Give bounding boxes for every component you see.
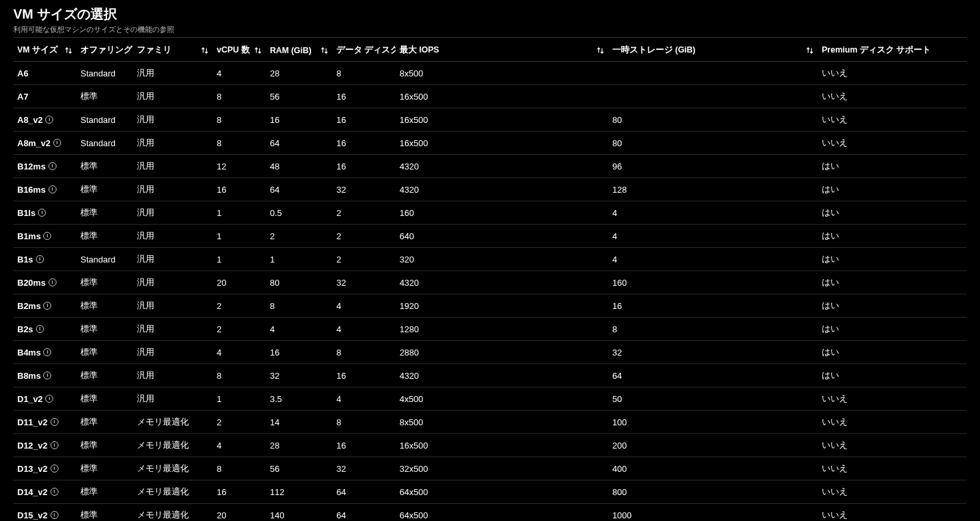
- cell-family: メモリ最適化: [133, 480, 213, 504]
- sort-icon[interactable]: [806, 47, 814, 54]
- info-icon[interactable]: i: [38, 209, 46, 217]
- cell-premium: はい: [818, 155, 967, 178]
- sort-icon[interactable]: [64, 47, 72, 54]
- cell-offering: 標準: [76, 85, 133, 108]
- cell-family: 汎用: [133, 248, 213, 271]
- info-icon[interactable]: i: [43, 232, 51, 240]
- cell-ram: 28: [266, 62, 332, 85]
- cell-iops: 1920: [396, 294, 608, 318]
- cell-family: 汎用: [133, 341, 213, 364]
- vm-name: B1s: [17, 255, 33, 264]
- cell-vmsize: B8msi: [13, 364, 76, 387]
- table-row[interactable]: B20msi標準汎用2080324320160はい: [13, 271, 967, 294]
- cell-ram: 16: [266, 108, 332, 132]
- cell-family: メモリ最適化: [133, 434, 213, 457]
- vm-name: A7: [17, 92, 29, 102]
- info-icon[interactable]: i: [49, 162, 57, 170]
- cell-ram: 0.5: [266, 201, 332, 225]
- vm-name: B2ms: [17, 301, 41, 311]
- cell-family: 汎用: [133, 294, 213, 318]
- info-icon[interactable]: i: [51, 441, 59, 449]
- table-row[interactable]: B1msi標準汎用1226404はい: [13, 225, 967, 248]
- sort-icon[interactable]: [320, 47, 328, 54]
- cell-iops: 4320: [396, 271, 608, 294]
- info-icon[interactable]: i: [51, 418, 59, 426]
- column-header-vmsize[interactable]: VM サイズ: [13, 39, 76, 62]
- cell-disk: 32: [332, 271, 396, 294]
- info-icon[interactable]: i: [36, 255, 44, 263]
- cell-iops: 8x500: [396, 411, 608, 434]
- column-label: RAM (GiB): [270, 46, 312, 55]
- table-row[interactable]: D1_v2i標準汎用13.544x50050いいえ: [13, 387, 967, 411]
- cell-premium: いいえ: [818, 480, 967, 504]
- cell-ram: 28: [266, 434, 332, 457]
- cell-ram: 140: [266, 504, 332, 522]
- table-row[interactable]: A6Standard汎用42888x500いいえ: [13, 62, 967, 85]
- cell-vmsize: D13_v2i: [13, 457, 76, 480]
- info-icon[interactable]: i: [43, 371, 51, 379]
- cell-premium: いいえ: [818, 411, 967, 434]
- cell-temp: 4: [608, 248, 818, 271]
- column-header-temp[interactable]: 一時ストレージ (GiB): [608, 39, 818, 62]
- sort-icon[interactable]: [254, 47, 262, 54]
- cell-temp: 400: [608, 457, 818, 480]
- info-icon[interactable]: i: [49, 278, 57, 286]
- column-header-ram[interactable]: RAM (GiB): [266, 39, 332, 62]
- table-row[interactable]: A7標準汎用8561616x500いいえ: [13, 85, 967, 108]
- info-icon[interactable]: i: [45, 395, 53, 403]
- table-row[interactable]: B2si標準汎用24412808はい: [13, 318, 967, 341]
- cell-iops: 160: [396, 201, 608, 225]
- cell-premium: はい: [818, 294, 967, 318]
- info-icon[interactable]: i: [51, 488, 59, 496]
- vm-name: B16ms: [17, 185, 46, 195]
- column-header-iops[interactable]: 最大 IOPS: [396, 39, 608, 62]
- cell-vmsize: B2msi: [13, 294, 76, 318]
- column-header-offering[interactable]: オファリング: [76, 39, 133, 62]
- table-row[interactable]: D12_v2i標準メモリ最適化4281616x500200いいえ: [13, 434, 967, 457]
- table-row[interactable]: B4msi標準汎用4168288032はい: [13, 341, 967, 364]
- sort-icon[interactable]: [596, 47, 604, 54]
- cell-vcpu: 2: [213, 318, 266, 341]
- table-row[interactable]: A8m_v2iStandard汎用8641616x50080いいえ: [13, 132, 967, 155]
- cell-temp: 32: [608, 341, 818, 364]
- table-row[interactable]: D15_v2i標準メモリ最適化201406464x5001000いいえ: [13, 504, 967, 522]
- vm-name: D13_v2: [17, 464, 48, 474]
- table-row[interactable]: B1lsi標準汎用10.521604はい: [13, 201, 967, 225]
- table-row[interactable]: B2msi標準汎用284192016はい: [13, 294, 967, 318]
- cell-iops: 1280: [396, 318, 608, 341]
- column-header-vcpu[interactable]: vCPU 数: [213, 39, 266, 62]
- cell-premium: いいえ: [818, 387, 967, 411]
- table-row[interactable]: B1siStandard汎用1123204はい: [13, 248, 967, 271]
- table-row[interactable]: D14_v2i標準メモリ最適化161126464x500800いいえ: [13, 480, 967, 504]
- cell-family: 汎用: [133, 364, 213, 387]
- cell-vcpu: 12: [213, 155, 266, 178]
- info-icon[interactable]: i: [51, 511, 59, 519]
- cell-iops: 2880: [396, 341, 608, 364]
- info-icon[interactable]: i: [43, 302, 51, 310]
- cell-iops: 8x500: [396, 62, 608, 85]
- cell-premium: はい: [818, 271, 967, 294]
- cell-disk: 64: [332, 480, 396, 504]
- cell-temp: 80: [608, 108, 818, 132]
- table-row[interactable]: B12msi標準汎用124816432096はい: [13, 155, 967, 178]
- sort-icon[interactable]: [201, 47, 209, 54]
- info-icon[interactable]: i: [36, 325, 44, 333]
- column-header-disk[interactable]: データ ディスク: [332, 39, 396, 62]
- table-row[interactable]: B16msi標準汎用1664324320128はい: [13, 178, 967, 201]
- cell-vcpu: 20: [213, 504, 266, 522]
- page-subtitle: 利用可能な仮想マシンのサイズとその機能の参照: [13, 25, 967, 35]
- cell-premium: はい: [818, 318, 967, 341]
- table-row[interactable]: D11_v2i標準メモリ最適化21488x500100いいえ: [13, 411, 967, 434]
- info-icon[interactable]: i: [43, 348, 51, 356]
- table-row[interactable]: D13_v2i標準メモリ最適化8563232x500400いいえ: [13, 457, 967, 480]
- column-header-family[interactable]: ファミリ: [133, 39, 213, 62]
- cell-iops: 16x500: [396, 108, 608, 132]
- info-icon[interactable]: i: [53, 139, 61, 147]
- cell-temp: 1000: [608, 504, 818, 522]
- info-icon[interactable]: i: [45, 116, 53, 124]
- info-icon[interactable]: i: [51, 465, 59, 472]
- table-row[interactable]: A8_v2iStandard汎用8161616x50080いいえ: [13, 108, 967, 132]
- info-icon[interactable]: i: [49, 185, 57, 193]
- table-row[interactable]: B8msi標準汎用83216432064はい: [13, 364, 967, 387]
- cell-ram: 14: [266, 411, 332, 434]
